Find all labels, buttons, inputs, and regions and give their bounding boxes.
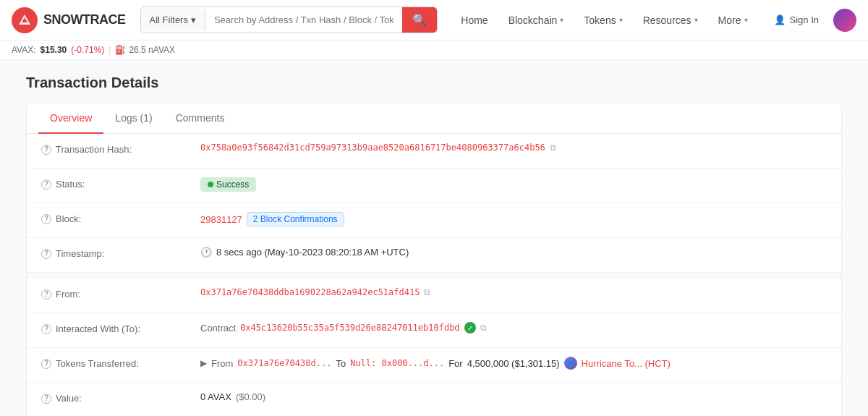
- hash-value: 0x758a0e93f56842d31cd759a97313b9aae8520a…: [200, 143, 545, 153]
- nav-home-label: Home: [461, 14, 488, 26]
- status-text: Success: [216, 179, 249, 190]
- row-value: ? Value: 0 AVAX ($0.00): [27, 383, 841, 416]
- filter-label: All Filters: [150, 14, 188, 25]
- status-badge: Success: [200, 177, 256, 192]
- chevron-down-icon: ▾: [694, 16, 698, 24]
- label-text: Transaction Hash:: [56, 144, 132, 155]
- search-input[interactable]: [205, 9, 402, 31]
- label-text: Value:: [56, 393, 82, 404]
- transaction-card: Overview Logs (1) Comments ? Transaction…: [26, 103, 842, 416]
- copy-icon[interactable]: ⧉: [550, 143, 556, 153]
- gas-value: 26.5 nAVAX: [129, 45, 175, 55]
- label-timestamp: ? Timestamp:: [41, 247, 200, 259]
- value-interacted-with: Contract 0x45c13620b55c35a5f539d26e88247…: [200, 322, 827, 334]
- verified-icon: ✓: [464, 322, 476, 334]
- help-icon[interactable]: ?: [41, 359, 51, 369]
- row-from: ? From: 0x371a76e70438ddba1690228a62a942…: [27, 279, 841, 313]
- usd-value: ($0.00): [236, 391, 265, 402]
- from-label: From: [211, 358, 233, 369]
- from-address-short[interactable]: 0x371a76e70438d...: [237, 358, 331, 368]
- nav-tokens[interactable]: Tokens ▾: [575, 9, 631, 32]
- sign-in-button[interactable]: 👤 Sign In: [765, 10, 827, 30]
- label-text: Status:: [56, 179, 85, 190]
- status-dot: [208, 182, 213, 187]
- copy-icon[interactable]: ⧉: [424, 287, 430, 297]
- tab-comments[interactable]: Comments: [164, 103, 237, 134]
- top-navigation: SNOWTRACE All Filters ▾ 🔍 Home Blockchai…: [0, 0, 868, 41]
- chevron-down-icon: ▾: [744, 16, 748, 24]
- label-interacted-with: ? Interacted With (To):: [41, 322, 200, 334]
- search-icon: 🔍: [412, 14, 427, 26]
- label-text: From:: [56, 289, 80, 300]
- logo-text: SNOWTRACE: [43, 12, 126, 27]
- label-transaction-hash: ? Transaction Hash:: [41, 143, 200, 155]
- ticker-gas: ⛽ 26.5 nAVAX: [115, 45, 175, 55]
- token-amount: 4,500,000 ($1,301.15): [467, 358, 560, 369]
- help-icon[interactable]: ?: [41, 214, 51, 224]
- value-transaction-hash: 0x758a0e93f56842d31cd759a97313b9aae8520a…: [200, 143, 827, 153]
- label-tokens-transferred: ? Tokens Transferred:: [41, 357, 200, 369]
- nav-more[interactable]: More ▾: [710, 9, 757, 32]
- tab-overview-label: Overview: [50, 112, 92, 124]
- nav-resources[interactable]: Resources ▾: [634, 9, 707, 32]
- token-icon: 🌀: [564, 357, 577, 370]
- copy-icon[interactable]: ⧉: [480, 323, 487, 333]
- label-text: Interacted With (To):: [56, 323, 140, 334]
- nav-home[interactable]: Home: [452, 9, 496, 32]
- chevron-down-icon: ▾: [191, 14, 196, 25]
- tab-logs[interactable]: Logs (1): [103, 103, 163, 134]
- row-tokens-transferred: ? Tokens Transferred: ▶ From 0x371a76e70…: [27, 348, 841, 383]
- label-from: ? From:: [41, 287, 200, 300]
- help-icon[interactable]: ?: [41, 179, 51, 190]
- nav-links: Home Blockchain ▾ Tokens ▾ Resources ▾ M…: [452, 9, 756, 32]
- to-address[interactable]: Null: 0x000...d...: [350, 358, 444, 368]
- help-icon[interactable]: ?: [41, 249, 51, 259]
- tab-comments-label: Comments: [176, 112, 225, 124]
- chevron-down-icon: ▾: [560, 16, 563, 24]
- nav-blockchain-label: Blockchain: [509, 14, 558, 26]
- value-timestamp: 🕐 8 secs ago (May-10-2023 08:20:18 AM +U…: [200, 247, 827, 258]
- clock-icon: 🕐: [200, 247, 212, 258]
- help-icon[interactable]: ?: [41, 145, 51, 155]
- label-block: ? Block:: [41, 212, 200, 224]
- nav-tokens-label: Tokens: [584, 14, 616, 26]
- row-block: ? Block: 29831127 2 Block Confirmations: [27, 203, 841, 238]
- contract-address[interactable]: 0x45c13620b55c35a5f539d26e88247011eb10fd…: [240, 323, 459, 333]
- avatar[interactable]: [833, 9, 856, 32]
- label-text: Tokens Transferred:: [56, 358, 139, 369]
- sign-in-label: Sign In: [790, 14, 819, 25]
- block-number[interactable]: 29831127: [200, 214, 242, 225]
- help-icon[interactable]: ?: [41, 289, 51, 300]
- value-value: 0 AVAX ($0.00): [200, 391, 827, 402]
- user-icon: 👤: [774, 14, 786, 25]
- tokens-transfer-row: ▶ From 0x371a76e70438d... To Null: 0x000…: [200, 357, 671, 370]
- help-icon[interactable]: ?: [41, 324, 51, 334]
- label-text: Block:: [56, 213, 81, 224]
- help-icon[interactable]: ?: [41, 394, 51, 404]
- timestamp-text: 8 secs ago (May-10-2023 08:20:18 AM +UTC…: [216, 247, 409, 258]
- ticker-price: $15.30: [41, 45, 67, 55]
- gas-icon: ⛽: [115, 45, 126, 55]
- tab-overview[interactable]: Overview: [38, 103, 103, 134]
- ticker-bar: AVAX: $15.30 (-0.71%) | ⛽ 26.5 nAVAX: [0, 41, 868, 60]
- timestamp-value: 🕐 8 secs ago (May-10-2023 08:20:18 AM +U…: [200, 247, 409, 258]
- main-content: Transaction Details Overview Logs (1) Co…: [14, 75, 854, 416]
- chevron-down-icon: ▾: [619, 16, 623, 24]
- logo[interactable]: SNOWTRACE: [12, 7, 126, 33]
- value-status: Success: [200, 177, 827, 192]
- value-block: 29831127 2 Block Confirmations: [200, 212, 827, 226]
- nav-resources-label: Resources: [643, 14, 692, 26]
- row-interacted-with: ? Interacted With (To): Contract 0x45c13…: [27, 313, 841, 348]
- nav-blockchain[interactable]: Blockchain ▾: [500, 9, 573, 32]
- transfer-arrow-icon: ▶: [200, 358, 207, 368]
- contract-prefix: Contract: [200, 323, 236, 334]
- from-address[interactable]: 0x371a76e70438ddba1690228a62a942ec51afd4…: [200, 287, 420, 297]
- search-button[interactable]: 🔍: [402, 7, 437, 33]
- search-filter-button[interactable]: All Filters ▾: [141, 9, 205, 31]
- token-name[interactable]: Hurricane To... (HCT): [582, 358, 671, 369]
- ticker-label: AVAX:: [12, 45, 36, 55]
- row-status: ? Status: Success: [27, 169, 841, 203]
- confirmations-badge: 2 Block Confirmations: [247, 212, 344, 226]
- nav-more-label: More: [718, 14, 741, 26]
- value-from: 0x371a76e70438ddba1690228a62a942ec51afd4…: [200, 287, 827, 297]
